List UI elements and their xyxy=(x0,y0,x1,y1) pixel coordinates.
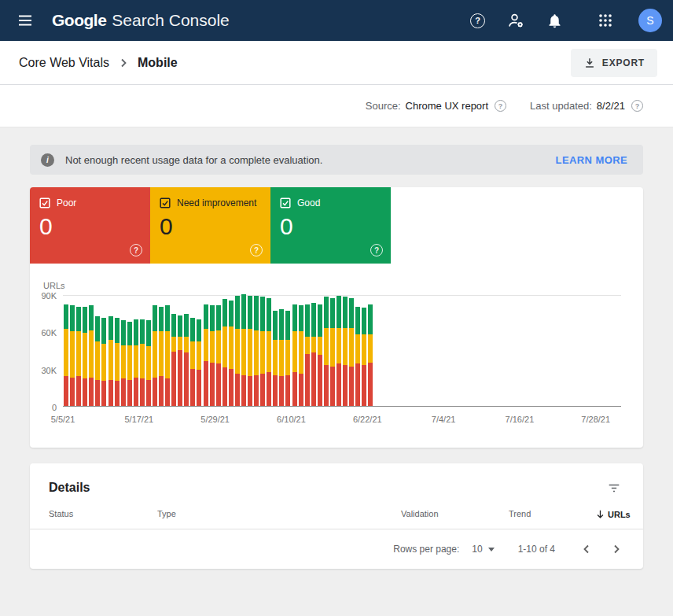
chart-bar-segment-poor xyxy=(134,378,138,406)
chart-bar-segment-good xyxy=(178,315,182,337)
chart-bar-segment-need-improvement xyxy=(89,330,94,378)
question-circle-icon[interactable]: ? xyxy=(130,244,142,256)
question-circle-icon[interactable]: ? xyxy=(370,244,383,256)
x-axis-tick-label: 5/29/21 xyxy=(200,415,230,424)
question-circle-icon[interactable]: ? xyxy=(631,100,643,112)
previous-page-button[interactable] xyxy=(577,540,596,559)
x-axis-tick-label: 7/28/21 xyxy=(581,415,610,424)
chart-plot-area: 030K60K90K5/5/215/17/215/29/216/10/216/2… xyxy=(63,295,621,407)
tile-header: Good xyxy=(280,197,381,208)
pagination-bar: Rows per page: 10 1-10 of 4 xyxy=(30,529,643,569)
user-settings-icon xyxy=(507,12,524,29)
apps-grid-icon xyxy=(598,13,613,28)
chart-bar-segment-need-improvement xyxy=(222,326,227,367)
status-tile-poor[interactable]: Poor 0 ? xyxy=(30,187,150,264)
chart-bar-segment-poor xyxy=(64,376,68,406)
bell-icon xyxy=(546,13,563,29)
question-circle-icon[interactable]: ? xyxy=(250,244,263,256)
chart-bar-segment-need-improvement xyxy=(178,337,182,350)
column-header-validation[interactable]: Validation xyxy=(401,509,509,519)
hamburger-icon xyxy=(17,13,33,28)
learn-more-link[interactable]: LEARN MORE xyxy=(556,154,627,166)
breadcrumb-parent[interactable]: Core Web Vitals xyxy=(19,56,109,70)
source-label: Source: xyxy=(366,100,401,112)
chart-bar-segment-poor xyxy=(235,374,240,406)
chart-bar-segment-need-improvement xyxy=(115,343,120,382)
chart-bar-segment-good xyxy=(248,296,252,330)
chart-bar-segment-good xyxy=(355,307,360,334)
x-axis-tick-label: 6/22/21 xyxy=(353,415,382,424)
source-info: Source: Chrome UX report ? xyxy=(366,100,506,112)
chart-bar-segment-need-improvement xyxy=(330,328,335,367)
notifications-button[interactable] xyxy=(543,9,566,32)
status-tiles: Poor 0 ? Need improvement 0 ? xyxy=(30,187,643,264)
chart-bar-segment-need-improvement xyxy=(349,328,354,367)
chart-bar-segment-poor xyxy=(101,381,106,406)
column-header-status[interactable]: Status xyxy=(49,509,157,519)
chart-bar-segment-good xyxy=(235,296,240,330)
next-page-button[interactable] xyxy=(607,540,626,559)
chart-bar-segment-need-improvement xyxy=(311,337,316,353)
page-root: Google Search Console ? xyxy=(0,0,673,616)
chart-bar-segment-poor xyxy=(267,372,271,406)
last-updated-value: 8/2/21 xyxy=(597,100,625,112)
chart-bar-segment-need-improvement xyxy=(190,341,195,369)
chart-bar-segment-good xyxy=(146,320,151,346)
chart-bar-segment-good xyxy=(311,303,316,337)
apps-grid-button[interactable] xyxy=(594,9,616,31)
download-icon xyxy=(583,57,596,69)
chart-bar-segment-need-improvement xyxy=(292,331,297,372)
chart-bar-segment-good xyxy=(292,304,297,332)
menu-button[interactable] xyxy=(14,9,36,31)
chart-bar-segment-good xyxy=(171,314,176,336)
chart-bar-segment-need-improvement xyxy=(146,346,151,380)
tile-header: Need improvement xyxy=(160,197,261,208)
status-tile-need-improvement[interactable]: Need improvement 0 ? xyxy=(150,187,270,264)
user-settings-button[interactable] xyxy=(504,9,528,32)
chart-bar-segment-need-improvement xyxy=(299,331,303,374)
filter-button[interactable] xyxy=(604,478,624,498)
checkbox-checked-icon xyxy=(39,197,50,208)
chart-bar-segment-poor xyxy=(159,376,164,406)
x-axis-tick-label: 5/17/21 xyxy=(124,415,153,424)
help-button[interactable]: ? xyxy=(467,10,488,31)
chart-bar-segment-need-improvement xyxy=(153,331,157,377)
chart-bar-segment-poor xyxy=(204,361,208,406)
chart-bar-segment-good xyxy=(368,304,373,334)
chevron-left-icon xyxy=(580,543,593,555)
chart-bar-segment-need-improvement xyxy=(235,329,240,374)
chart-bar-segment-poor xyxy=(115,381,120,406)
chart-bar-segment-poor xyxy=(197,370,201,406)
export-button[interactable]: EXPORT xyxy=(571,49,657,77)
tile-label: Need improvement xyxy=(177,197,256,208)
status-tile-good[interactable]: Good 0 ? xyxy=(270,187,391,264)
chart-bar-segment-poor xyxy=(324,365,329,406)
chart-bar-segment-good xyxy=(184,314,189,336)
rows-per-page-select[interactable]: 10 xyxy=(472,544,494,555)
chart-bar-segment-need-improvement xyxy=(355,334,360,364)
chart-bar-segment-good xyxy=(108,316,113,340)
avatar[interactable]: S xyxy=(638,9,662,32)
column-header-urls[interactable]: URLs xyxy=(595,509,631,519)
chart-bar-segment-poor xyxy=(318,355,322,406)
chart-bar-segment-good xyxy=(254,296,259,330)
chart-bar-segment-poor xyxy=(146,380,151,406)
chart-bar-segment-good xyxy=(70,305,75,331)
chart-bar-segment-good xyxy=(324,297,329,327)
chart-bar-segment-good xyxy=(285,311,290,341)
chart-bar-segment-good xyxy=(267,298,271,332)
chart-bar-segment-need-improvement xyxy=(108,340,113,380)
chart-bar-segment-need-improvement xyxy=(305,337,310,354)
column-header-trend[interactable]: Trend xyxy=(509,509,595,519)
y-axis-tick-label: 0 xyxy=(30,402,57,413)
question-circle-icon[interactable]: ? xyxy=(495,100,506,112)
chevron-right-icon xyxy=(117,57,130,69)
chart-bar-segment-poor xyxy=(210,363,215,406)
chart-bar-segment-good xyxy=(127,322,132,345)
chart-bar-segment-good xyxy=(305,304,310,337)
chart-bar-segment-poor xyxy=(95,380,100,406)
chart-bar-segment-poor xyxy=(355,363,360,406)
column-header-type[interactable]: Type xyxy=(157,509,401,519)
chart-bar-segment-need-improvement xyxy=(121,345,126,379)
y-axis-title: URLs xyxy=(43,281,65,290)
